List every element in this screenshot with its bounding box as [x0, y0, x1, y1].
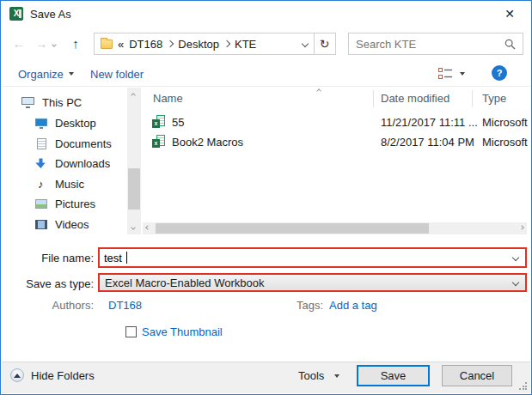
save-button[interactable]: Save — [357, 365, 430, 386]
recent-locations-icon[interactable] — [52, 42, 57, 47]
scrollbar-thumb[interactable] — [156, 223, 429, 234]
this-pc-icon — [21, 96, 35, 108]
sidebar-item-label: Pictures — [55, 198, 95, 210]
save-thumbnail-label[interactable]: Save Thumbnail — [142, 325, 223, 338]
column-separator[interactable] — [472, 90, 473, 107]
file-date-modified: 11/21/2017 11:11 ... — [381, 116, 478, 129]
column-header-type[interactable]: Type — [482, 92, 506, 105]
file-name: Book2 Macros — [172, 136, 243, 149]
scrollbar-thumb[interactable] — [128, 168, 140, 210]
scroll-right-icon[interactable] — [519, 225, 524, 230]
add-a-tag-link[interactable]: Add a tag — [329, 299, 377, 312]
scroll-down-icon[interactable] — [131, 225, 136, 230]
organize-label: Organize — [18, 68, 64, 81]
authors-link[interactable]: DT168 — [108, 299, 142, 312]
save-thumbnail-checkbox[interactable] — [125, 326, 137, 337]
resize-grip[interactable] — [519, 382, 527, 390]
save-as-dialog: X Save As ✕ ← → ↑ « DT168 Desktop KTE ↻ … — [0, 0, 532, 395]
sidebar-item-videos[interactable]: Videos — [1, 215, 125, 234]
file-name: 55 — [172, 116, 184, 129]
breadcrumb-item-kte[interactable]: KTE — [235, 38, 256, 51]
sidebar-item-music[interactable]: ♪ Music — [1, 174, 125, 193]
downloads-icon — [35, 158, 46, 169]
search-icon[interactable] — [504, 39, 516, 50]
text-caret — [126, 252, 127, 264]
authors-label: Authors: — [1, 299, 94, 312]
breadcrumb[interactable]: « DT168 Desktop KTE — [94, 33, 315, 55]
sidebar-item-label: Music — [55, 178, 84, 191]
chevron-down-icon — [512, 279, 519, 286]
hide-folders-button[interactable]: Hide Folders — [10, 368, 95, 382]
excel-app-icon: X — [9, 7, 23, 21]
sidebar-item-label: Documents — [55, 137, 112, 150]
save-as-type-value: Excel Macro-Enabled Workbook — [105, 276, 513, 289]
collapse-up-icon — [10, 368, 24, 382]
sidebar-item-this-pc[interactable]: This PC — [1, 93, 125, 112]
hide-folders-label: Hide Folders — [31, 369, 95, 382]
breadcrumb-item-desktop[interactable]: Desktop — [178, 38, 219, 51]
close-icon[interactable]: ✕ — [497, 4, 523, 23]
sidebar-item-pictures[interactable]: Pictures — [1, 194, 125, 213]
column-header-date-modified[interactable]: Date modified — [381, 92, 449, 105]
chevron-down-icon — [460, 72, 465, 76]
documents-icon — [37, 138, 46, 149]
column-header-name[interactable]: Name — [153, 92, 183, 105]
file-name-input[interactable] — [104, 252, 513, 264]
file-date-modified: 8/2/2017 11:04 PM — [381, 136, 474, 149]
chevron-down-icon — [69, 72, 74, 76]
desktop-icon — [35, 118, 48, 129]
new-folder-button[interactable]: New folder — [90, 61, 144, 87]
refresh-icon[interactable]: ↻ — [314, 33, 336, 55]
forward-icon[interactable]: → — [32, 33, 51, 55]
sidebar-scrollbar[interactable] — [127, 88, 141, 234]
file-type: Microsoft E — [482, 136, 529, 149]
sidebar-item-downloads[interactable]: Downloads — [1, 154, 125, 173]
scroll-left-icon[interactable] — [145, 225, 150, 230]
up-icon[interactable]: ↑ — [66, 33, 85, 55]
file-type: Microsoft E — [482, 116, 529, 129]
list-view-icon — [438, 68, 453, 80]
videos-icon — [35, 220, 47, 229]
breadcrumb-separator-icon — [167, 40, 174, 47]
sidebar-item-desktop[interactable]: Desktop — [1, 113, 125, 132]
file-list-horizontal-scrollbar[interactable] — [143, 222, 527, 234]
change-view-button[interactable] — [438, 64, 473, 83]
pictures-icon — [35, 199, 47, 209]
music-icon: ♪ — [38, 179, 44, 190]
breadcrumb-separator-icon — [223, 40, 230, 47]
back-icon[interactable]: ← — [9, 33, 28, 55]
scroll-up-icon[interactable] — [131, 93, 136, 98]
sidebar-item-label: Desktop — [55, 117, 96, 130]
chevron-down-icon — [334, 374, 339, 378]
save-as-type-select[interactable]: Excel Macro-Enabled Workbook — [98, 273, 527, 292]
search-input[interactable] — [356, 38, 499, 51]
file-name-label: File name: — [1, 252, 94, 264]
save-as-type-label: Save as type: — [1, 277, 94, 290]
search-box[interactable] — [348, 33, 523, 55]
organize-button[interactable]: Organize — [18, 61, 74, 87]
breadcrumb-item-dt168[interactable]: DT168 — [129, 38, 162, 51]
chevron-down-icon[interactable] — [512, 254, 519, 261]
breadcrumb-overflow[interactable]: « — [118, 38, 124, 51]
footer-bar: Hide Folders Tools Save Cancel — [2, 362, 530, 393]
new-folder-label: New folder — [90, 68, 144, 81]
tools-button[interactable]: Tools — [298, 369, 339, 382]
excel-macro-file-icon: x — [152, 115, 166, 129]
address-dropdown-icon[interactable] — [302, 40, 309, 47]
file-name-input-wrapper — [98, 247, 527, 268]
file-row-55[interactable]: x 55 11/21/2017 11:11 ... Microsoft E — [145, 113, 527, 132]
folder-icon — [101, 40, 113, 49]
cancel-button[interactable]: Cancel — [442, 365, 512, 386]
window-title: Save As — [30, 8, 71, 21]
sidebar-item-label: This PC — [42, 96, 82, 109]
column-separator[interactable] — [373, 90, 374, 107]
sidebar-item-label: Downloads — [55, 157, 110, 170]
file-row-book2-macros[interactable]: x Book2 Macros 8/2/2017 11:04 PM Microso… — [145, 133, 527, 152]
tags-label: Tags: — [297, 299, 323, 312]
sort-ascending-icon — [316, 88, 321, 94]
sidebar-item-documents[interactable]: Documents — [1, 134, 125, 153]
sidebar-item-label: Videos — [55, 218, 89, 231]
tools-label: Tools — [298, 369, 324, 382]
help-icon[interactable]: ? — [492, 65, 507, 81]
excel-macro-file-icon: x — [152, 135, 166, 149]
